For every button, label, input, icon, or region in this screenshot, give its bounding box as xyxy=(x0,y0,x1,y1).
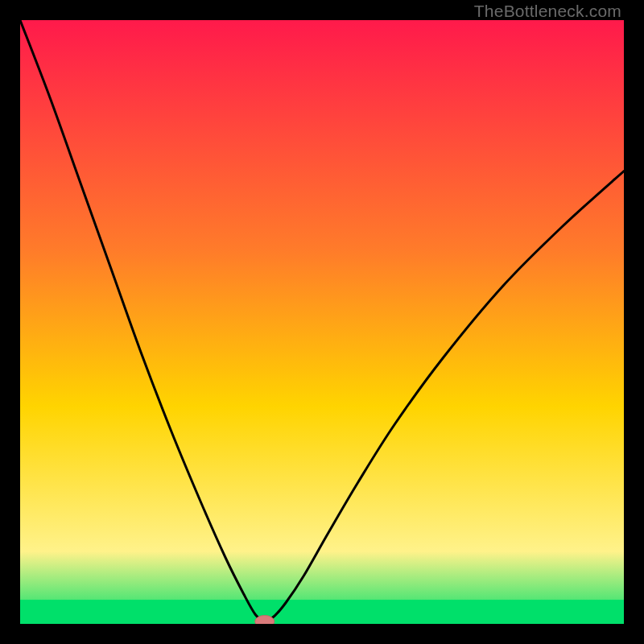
bottleneck-plot xyxy=(20,20,624,624)
green-baseline-band xyxy=(20,600,624,624)
chart-frame xyxy=(20,20,624,624)
optimum-marker xyxy=(255,616,275,625)
gradient-background xyxy=(20,20,624,624)
watermark-text: TheBottleneck.com xyxy=(474,2,621,21)
